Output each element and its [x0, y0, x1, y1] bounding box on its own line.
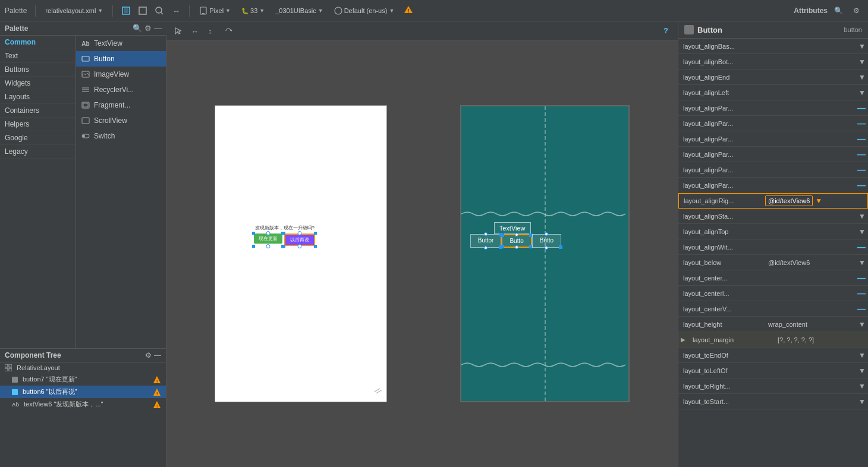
attr-row-alignrig: layout_alignRig... @id/textView6 ▼: [678, 193, 868, 209]
locale-arrow: ▼: [389, 8, 394, 14]
textview6-icon: Ab: [12, 401, 19, 408]
component-tree-settings-icon[interactable]: ⚙: [145, 351, 152, 359]
vertical-pan-btn[interactable]: ↕: [205, 24, 219, 38]
tree-item-relativelayout[interactable]: RelativeLayout: [0, 362, 166, 373]
palette-minimize-icon[interactable]: —: [154, 24, 162, 33]
design-toolbar: ↔ ↕ ?: [166, 21, 678, 40]
canvas-btn2-container: 以后再说: [284, 234, 315, 246]
component-item-switch[interactable]: Switch: [76, 128, 166, 144]
variant-selector-btn[interactable]: _0301UIBasic ▼: [272, 6, 326, 15]
attr-settings-btn[interactable]: ⚙: [849, 4, 863, 18]
toolbar-divider-3: [189, 5, 190, 17]
palette-category-common[interactable]: Common: [0, 36, 76, 49]
tree-item-button7[interactable]: button7 "现在更新" !: [0, 373, 166, 386]
attr-row-center: layout_center... —: [678, 270, 868, 286]
locale-selector-btn[interactable]: Default (en-us) ▼: [331, 5, 398, 16]
attr-value-alignpar6: [765, 183, 855, 188]
palette-settings-icon[interactable]: ⚙: [144, 24, 152, 33]
attr-value-center: [765, 276, 855, 280]
attr-minus-alignpar4[interactable]: —: [855, 150, 868, 159]
component-item-button[interactable]: Button: [76, 51, 166, 67]
pan-mode-btn[interactable]: ↔: [188, 24, 202, 38]
help-btn[interactable]: ?: [659, 24, 673, 38]
attr-minus-alignpar5[interactable]: —: [855, 165, 868, 175]
palette-category-containers[interactable]: Containers: [0, 104, 76, 118]
attr-dropdown-alignleft[interactable]: ▼: [856, 89, 868, 97]
select-mode-btn[interactable]: [171, 24, 185, 38]
attr-dropdown-height[interactable]: ▼: [856, 320, 868, 329]
attr-dropdown-alignend[interactable]: ▼: [856, 73, 868, 81]
imageview-label: ImageView: [94, 70, 129, 78]
palette-search-icon[interactable]: 🔍: [133, 24, 142, 33]
device-selector-btn[interactable]: Pixel ▼: [196, 5, 234, 16]
attr-name-alignpar6: layout_alignPar...: [678, 179, 765, 191]
palette-category-google[interactable]: Google: [0, 131, 76, 145]
attr-dropdown-alignrig[interactable]: ▼: [813, 197, 825, 205]
svg-text:!: !: [408, 8, 410, 14]
design-view-btn[interactable]: [119, 4, 133, 18]
attr-dropdown-alignsta[interactable]: ▼: [856, 212, 868, 220]
attr-dropdown-aligntop[interactable]: ▼: [856, 228, 868, 236]
attr-minus-alignwit[interactable]: —: [855, 242, 868, 252]
component-item-scrollview[interactable]: ScrollView: [76, 113, 166, 128]
rotate-btn[interactable]: [221, 24, 235, 38]
large-btn1[interactable]: Buttor: [470, 234, 502, 248]
attr-expand-margin[interactable]: ▶: [678, 336, 688, 343]
palette-category-text[interactable]: Text: [0, 49, 76, 63]
blueprint-view-btn[interactable]: [136, 4, 150, 18]
component-tree-minimize-icon[interactable]: —: [154, 351, 161, 359]
attr-dropdown-toleftof[interactable]: ▼: [856, 367, 868, 375]
large-btn2-selected[interactable]: Butto: [501, 234, 532, 248]
attr-row-margin: ▶ layout_margin [?, ?, ?, ?, ?]: [678, 332, 868, 348]
variant-text: _0301UIBasic: [275, 7, 316, 14]
attr-minus-center[interactable]: —: [855, 273, 868, 283]
zoom-to-fit-btn[interactable]: [152, 4, 166, 18]
attr-dropdown-toendof[interactable]: ▼: [856, 351, 868, 359]
wavy-bottom: [461, 361, 628, 368]
large-textview: TextView: [494, 222, 531, 234]
attr-dropdown-tostartof[interactable]: ▼: [856, 397, 868, 406]
attr-dropdown-below[interactable]: ▼: [856, 258, 868, 267]
design-canvas[interactable]: 发现新版本，现在一升级吗? 现在更新: [166, 40, 678, 467]
tree-item-button6[interactable]: button6 "以后再说" !: [0, 386, 166, 398]
zoom-selector-btn[interactable]: 🐛 33 ▼: [238, 6, 268, 15]
attr-value-alignwit: [765, 245, 855, 250]
large-btn3-handle-br: [559, 245, 562, 249]
textview6-label: textView6 "发现新版本，...": [24, 400, 103, 409]
component-item-imageview[interactable]: ImageView: [76, 67, 166, 82]
attr-name-tostartof: layout_toStart...: [678, 396, 765, 408]
attr-minus-alignpar2[interactable]: —: [855, 119, 868, 128]
attr-dropdown-alignbas[interactable]: ▼: [856, 42, 868, 51]
zoom-level: 33: [250, 7, 257, 14]
tree-item-textview6[interactable]: Ab textView6 "发现新版本，..." !: [0, 398, 166, 411]
attr-name-toleftof: layout_toLeftOf: [678, 365, 765, 377]
attr-minus-centerl[interactable]: —: [855, 289, 868, 298]
attr-value-alignpar3: [765, 137, 855, 141]
palette-category-layouts[interactable]: Layouts: [0, 90, 76, 104]
palette-category-helpers[interactable]: Helpers: [0, 118, 76, 131]
attr-search-btn[interactable]: 🔍: [831, 4, 845, 18]
pan-tool-btn[interactable]: ↔: [169, 4, 183, 18]
attr-dropdown-torightof[interactable]: ▼: [856, 382, 868, 390]
attr-dropdown-alignbot[interactable]: ▼: [856, 58, 868, 66]
attr-name-alignpar3: layout_alignPar...: [678, 133, 765, 145]
attr-minus-alignpar1[interactable]: —: [855, 103, 868, 113]
palette-category-legacy[interactable]: Legacy: [0, 145, 76, 159]
attr-minus-alignpar3[interactable]: —: [855, 134, 868, 144]
component-item-textview[interactable]: Ab TextView: [76, 36, 166, 51]
large-btn1-handle-top: [484, 232, 488, 236]
scrollview-label: ScrollView: [94, 116, 127, 125]
palette-category-widgets[interactable]: Widgets: [0, 77, 76, 90]
filename-btn[interactable]: relativelayout.xml ▼: [42, 6, 106, 15]
attr-value-below: @id/textView6: [765, 257, 856, 269]
svg-rect-1: [124, 8, 128, 13]
attr-minus-alignpar6[interactable]: —: [855, 181, 868, 190]
textview6-warning-icon: !: [153, 400, 161, 409]
large-btn3[interactable]: Butto: [532, 234, 561, 248]
scrollview-icon: [81, 116, 90, 125]
attr-row-centerv: layout_centerV... —: [678, 301, 868, 317]
component-item-recyclerview[interactable]: RecyclerVi...: [76, 82, 166, 97]
attr-minus-centerv[interactable]: —: [855, 304, 868, 314]
component-item-fragment[interactable]: Fragment...: [76, 97, 166, 113]
palette-category-buttons[interactable]: Buttons: [0, 63, 76, 77]
